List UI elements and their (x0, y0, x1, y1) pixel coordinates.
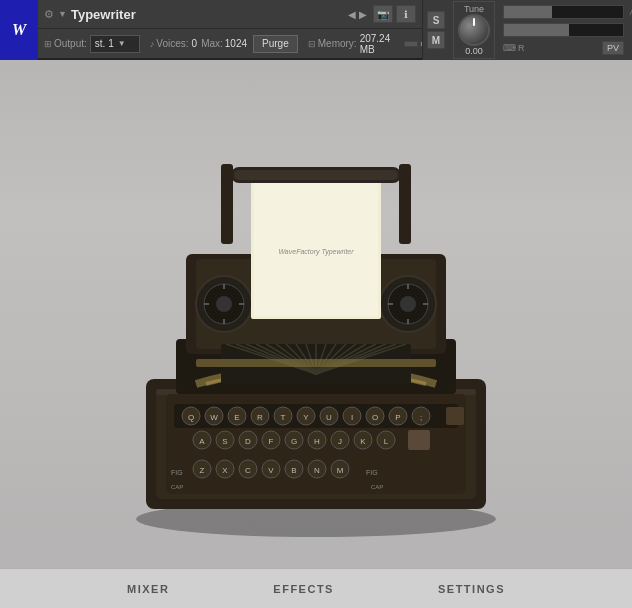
tune-area: Tune 0.00 (453, 1, 495, 59)
svg-rect-84 (254, 172, 378, 316)
instrument-name: Typewriter (71, 7, 348, 22)
svg-text:Q: Q (188, 413, 194, 422)
svg-text:;: ; (420, 413, 422, 422)
svg-point-78 (400, 296, 416, 312)
kontakt-logo: W (0, 0, 38, 60)
svg-text:R: R (257, 413, 263, 422)
tune-value: 0.00 (465, 46, 483, 56)
svg-text:FIG: FIG (171, 469, 183, 476)
voices-label: Voices: (156, 38, 188, 49)
svg-text:I: I (351, 413, 353, 422)
svg-rect-28 (446, 407, 464, 425)
header-left: ⚙ ▼ Typewriter ◀ ▶ 📷 ℹ ⊞ Output: st. 1▼ (38, 0, 422, 58)
svg-text:G: G (291, 437, 297, 446)
dropdown-arrow1: ▼ (58, 9, 67, 19)
kb-icon2: R (518, 43, 525, 53)
tune-knob[interactable] (458, 14, 490, 46)
purge-btn[interactable]: Purge (253, 35, 298, 53)
voices-max-value: 1024 (225, 38, 247, 49)
svg-text:D: D (245, 437, 251, 446)
main-area: Q W E R T Y U I (0, 60, 632, 568)
svg-text:CAP: CAP (371, 484, 383, 490)
header-row2: ⊞ Output: st. 1▼ ♪ Voices: 0 Max: 1024 P… (38, 29, 422, 58)
svg-rect-87 (234, 170, 398, 180)
sm-buttons: S M (427, 11, 445, 49)
nav-arrows: ◀ ▶ (348, 9, 367, 20)
svg-text:W: W (210, 413, 218, 422)
slider2[interactable] (503, 23, 624, 37)
header-row1: ⚙ ▼ Typewriter ◀ ▶ 📷 ℹ (38, 0, 422, 29)
s-button[interactable]: S (427, 11, 445, 29)
voices-max-label: Max: (201, 38, 223, 49)
svg-text:Y: Y (303, 413, 309, 422)
svg-text:U: U (326, 413, 332, 422)
nav-prev-btn[interactable]: ◀ (348, 9, 356, 20)
output-label: Output: (54, 38, 87, 49)
svg-text:E: E (234, 413, 239, 422)
voices-value: 0 (192, 38, 198, 49)
svg-text:C: C (245, 466, 251, 475)
led-group (404, 41, 422, 47)
output-dropdown[interactable]: st. 1▼ (90, 35, 140, 53)
svg-text:L: L (384, 437, 389, 446)
header: W ⚙ ▼ Typewriter ◀ ▶ 📷 ℹ ⊞ Out (0, 0, 632, 60)
svg-text:T: T (281, 413, 286, 422)
svg-text:N: N (314, 466, 320, 475)
kb-icon1: ⌨ (503, 43, 516, 53)
slider1-row (503, 5, 624, 19)
svg-text:F: F (269, 437, 274, 446)
bottom-bar: MIXER EFFECTS SETTINGS (0, 568, 632, 608)
memory-icon: ⊟ (308, 39, 316, 49)
svg-text:B: B (291, 466, 296, 475)
right-panel: S M Tune 0.00 AUX (422, 0, 632, 60)
svg-rect-47 (408, 430, 430, 450)
app-container: W ⚙ ▼ Typewriter ◀ ▶ 📷 ℹ ⊞ Out (0, 0, 632, 608)
tab-effects[interactable]: EFFECTS (261, 575, 346, 603)
tab-settings[interactable]: SETTINGS (426, 575, 517, 603)
svg-text:P: P (395, 413, 400, 422)
info-btn[interactable]: ℹ (396, 5, 416, 23)
led1 (404, 41, 418, 47)
svg-text:O: O (372, 413, 378, 422)
svg-text:M: M (337, 466, 344, 475)
svg-text:S: S (222, 437, 227, 446)
svg-rect-89 (399, 164, 411, 244)
svg-rect-88 (221, 164, 233, 244)
bottom-icons-row: ⌨ R PV (503, 41, 624, 55)
typewriter-image: Q W E R T Y U I (66, 89, 566, 539)
svg-text:H: H (314, 437, 320, 446)
svg-text:V: V (268, 466, 274, 475)
svg-text:K: K (360, 437, 366, 446)
svg-text:J: J (338, 437, 342, 446)
settings-icon: ⚙ (44, 8, 54, 21)
logo-letter: W (12, 21, 26, 39)
camera-btn[interactable]: 📷 (373, 5, 393, 23)
voice-icon: ♪ (150, 39, 155, 49)
typewriter-svg: Q W E R T Y U I (66, 89, 566, 539)
svg-text:X: X (222, 466, 228, 475)
svg-text:CAP: CAP (171, 484, 183, 490)
slider1[interactable] (503, 5, 624, 19)
svg-text:Z: Z (200, 466, 205, 475)
tune-label: Tune (464, 4, 484, 14)
svg-text:WaveFactory Typewriter: WaveFactory Typewriter (278, 248, 354, 256)
nav-next-btn[interactable]: ▶ (359, 9, 367, 20)
m-button[interactable]: M (427, 31, 445, 49)
svg-text:A: A (199, 437, 205, 446)
svg-rect-110 (196, 359, 436, 367)
memory-value: 207.24 MB (360, 33, 391, 55)
output-icon: ⊞ (44, 39, 52, 49)
slider2-row (503, 23, 624, 37)
pv-btn[interactable]: PV (602, 41, 624, 55)
tab-mixer[interactable]: MIXER (115, 575, 181, 603)
output-section: ⊞ Output: st. 1▼ (44, 35, 140, 53)
memory-section: ⊟ Memory: 207.24 MB (308, 33, 397, 55)
voices-section: ♪ Voices: 0 Max: 1024 Purge (150, 35, 298, 53)
memory-label: Memory: (318, 38, 357, 49)
svg-point-71 (216, 296, 232, 312)
sliders-area: AUX ⌨ R PV (503, 5, 624, 55)
svg-text:FIG: FIG (366, 469, 378, 476)
